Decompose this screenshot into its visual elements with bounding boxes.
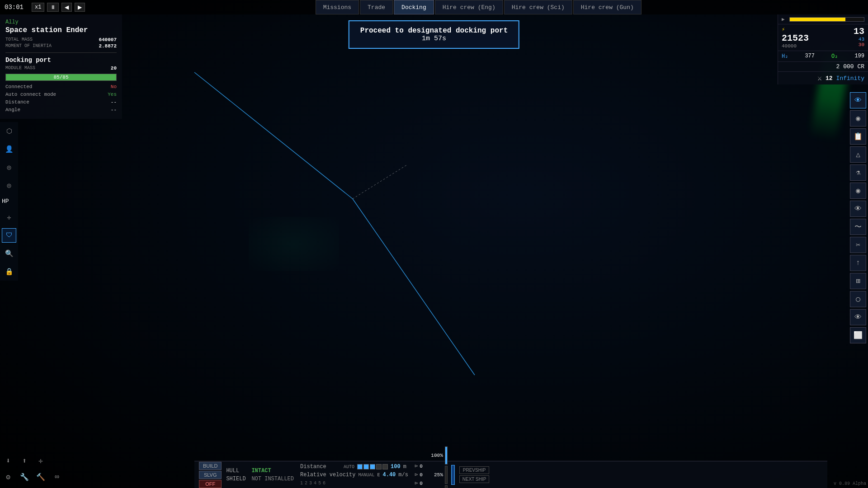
rt-sphere-icon[interactable]: ◯: [850, 291, 866, 307]
rt-eye-icon[interactable]: 👁: [850, 92, 866, 108]
prevship-button[interactable]: PREVSHIP: [459, 466, 490, 474]
space-background: [0, 0, 868, 488]
hp-pct-25: 25%: [427, 466, 448, 484]
wpn-row-1: ⊳ 0: [415, 463, 423, 469]
toolbar-person-icon[interactable]: 👤: [2, 142, 16, 156]
tab-trade[interactable]: Trade: [360, 0, 393, 14]
bottom-icons-row2: ⚙ 🔧 🔨 ∞: [2, 471, 63, 483]
upload-icon[interactable]: ⬆: [18, 455, 31, 467]
hp-bar-text: 85/85: [6, 74, 116, 80]
bottom-icons-row1: ⬇ ⬆ ✛: [2, 455, 63, 467]
total-mass-label: TOTAL MASS: [5, 37, 33, 42]
panel-divider: [5, 52, 117, 53]
rt-wave-icon[interactable]: 〜: [850, 219, 866, 235]
velocity-label: Relative velocity: [300, 472, 355, 478]
wpn-val-3: 0: [420, 481, 423, 486]
rt-flask-icon[interactable]: ⚗: [850, 164, 866, 181]
angle-label: Angle: [5, 107, 20, 113]
prev-button[interactable]: ◀: [61, 3, 72, 12]
rt-circle-icon[interactable]: ◉: [850, 110, 866, 127]
tab-hire-eng[interactable]: Hire crew (Eng): [435, 0, 503, 14]
toolbar-cube-icon[interactable]: ⬡: [2, 124, 16, 138]
ammo-value: 12: [826, 75, 833, 82]
rt-target-icon[interactable]: ◉: [850, 183, 866, 199]
hp-25-label: 25%: [427, 472, 443, 478]
hull-shield-area: HULL INTACT SHIELD NOT INSTALLED: [226, 468, 294, 482]
rt-box-icon[interactable]: ⬜: [850, 327, 866, 343]
rt-eye2-icon[interactable]: 👁: [850, 201, 866, 217]
energy-max: 40000: [782, 43, 797, 49]
tab-hire-sci[interactable]: Hire crew (Sci): [504, 0, 572, 14]
rt-view-icon[interactable]: 👁: [850, 309, 866, 325]
module-title: Docking port: [5, 56, 117, 64]
build-button[interactable]: BUILD: [199, 462, 222, 470]
shield-label: SHIELD: [226, 476, 249, 482]
seg-3: [370, 464, 375, 469]
tab-hire-gun[interactable]: Hire crew (Gun): [573, 0, 642, 14]
speed-value: x1: [32, 3, 44, 12]
pause-button[interactable]: ⏸: [47, 3, 59, 12]
settings-icon[interactable]: ⚙: [2, 471, 14, 483]
hull-status: INTACT: [251, 468, 271, 474]
infinity-icon[interactable]: ∞: [51, 471, 63, 483]
rt-grid-icon[interactable]: ⊞: [850, 273, 866, 289]
energy-stats-left: ⚡ 21523 40000: [782, 26, 809, 49]
off-button[interactable]: OFF: [199, 480, 222, 488]
slvg-button[interactable]: SLVG: [199, 471, 222, 479]
rt-triangle-icon[interactable]: △: [850, 146, 866, 163]
next-button[interactable]: ▶: [75, 3, 85, 12]
toolbar-lock-icon[interactable]: 🔒: [2, 264, 16, 279]
prop-connected: Connected No: [5, 84, 117, 90]
ammo-fork-icon: ⚔: [817, 74, 822, 83]
o2-value: 199: [854, 53, 864, 60]
h2o2-row: H₂ 377 O₂ 199: [778, 51, 868, 62]
mission-box: Proceed to designated docking port 1m 57…: [349, 20, 519, 49]
left-toolbar: ⬡ 👤 ◎ ◎ HP ✛ 🛡 🔍 🔒: [0, 122, 18, 281]
tab-docking[interactable]: Docking: [394, 0, 434, 14]
distance-value: --: [111, 99, 117, 105]
shield-status: NOT INSTALLED: [251, 476, 294, 482]
wrench-icon[interactable]: 🔧: [18, 471, 31, 483]
toolbar-target-icon[interactable]: ◎: [2, 160, 16, 174]
download-icon[interactable]: ⬇: [2, 455, 14, 467]
hp-track-100: [445, 446, 448, 465]
top-navigation: 03:01 x1 ⏸ ◀ ▶ Missions Trade Docking Hi…: [0, 0, 868, 14]
hp-100-label: 100%: [427, 453, 443, 458]
velocity-value: 4.40: [382, 472, 396, 478]
distance-dv-label: Distance: [300, 464, 341, 470]
hp-bar: 85/85: [5, 74, 117, 81]
crosshair-icon[interactable]: ✛: [34, 455, 47, 467]
total-mass-value: 640007: [99, 37, 117, 42]
blue-fill-bar: [451, 465, 455, 485]
rt-scissors-icon[interactable]: ✂: [850, 237, 866, 253]
tab-missions[interactable]: Missions: [316, 0, 359, 14]
auto-label: AUTO: [344, 465, 354, 469]
hull-row: HULL INTACT: [226, 468, 294, 474]
rt-up-icon[interactable]: ↑: [850, 255, 866, 271]
auto-connect-label: Auto connect mode: [5, 92, 56, 97]
ammo-row: ⚔ 12 Infinity: [778, 72, 868, 84]
wpn-val-2: 0: [420, 472, 423, 478]
hammer-icon[interactable]: 🔨: [34, 471, 47, 483]
bottom-left-icons: ⬇ ⬆ ✛ ⚙ 🔧 🔨 ∞: [2, 455, 63, 483]
toolbar-shield-icon[interactable]: 🛡: [2, 228, 16, 243]
distance-velocity-area: Distance AUTO 100 m Relative velocity MA…: [300, 464, 408, 486]
hp-percentage-bars: 100% 25% 10%: [427, 446, 448, 488]
manual-label: MANUAL: [358, 473, 374, 478]
mission-line1: Proceed to designated docking port: [360, 27, 508, 35]
navigation-tabs: Missions Trade Docking Hire crew (Eng) H…: [89, 0, 868, 14]
expand-button[interactable]: ▶: [782, 16, 785, 22]
prop-distance: Distance --: [5, 99, 117, 105]
right-toolbar: 👁 ◉ 📋 △ ⚗ ◉ 👁 〜 ✂ ↑ ⊞ ◯ 👁 ⬜: [848, 90, 868, 345]
h2-label: H₂: [782, 53, 788, 60]
velocity-row: Relative velocity MANUAL E 4.40 m/s: [300, 472, 408, 478]
toolbar-crosshair-icon[interactable]: ✛: [2, 210, 16, 225]
top-right-panel: ▶ ⚡ 21523 40000 13 43 30 H₂ 377 O₂ 199 2…: [778, 14, 868, 84]
weapon-area: ⊳ 0 ⊳ 0 ⊳ 0: [415, 463, 423, 487]
wpn-icon-1: ⊳: [415, 463, 418, 469]
wpn-icon-2: ⊳: [415, 471, 418, 478]
rt-document-icon[interactable]: 📋: [850, 128, 866, 145]
toolbar-search-icon[interactable]: 🔍: [2, 246, 16, 261]
nextship-button[interactable]: NEXT SHIP: [459, 475, 490, 483]
toolbar-target2-icon[interactable]: ◎: [2, 178, 16, 192]
